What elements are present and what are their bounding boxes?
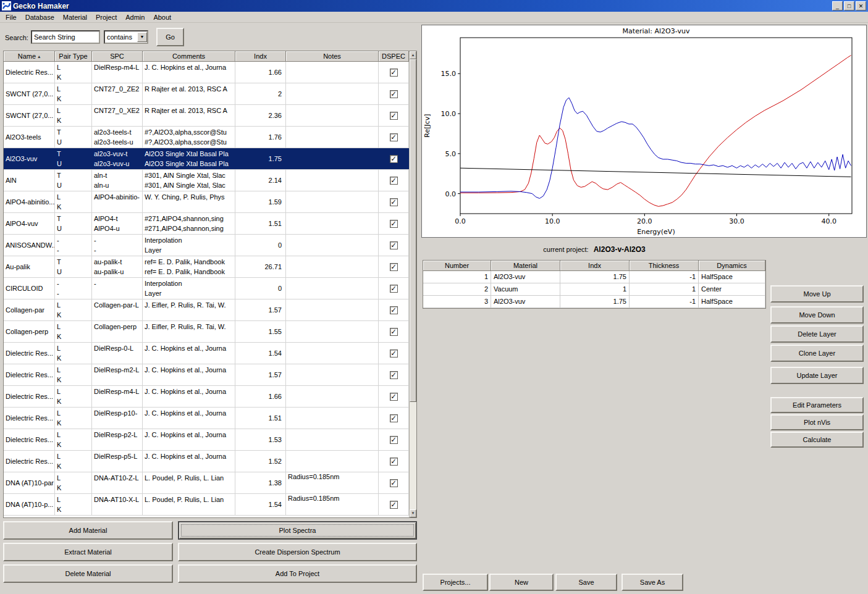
spc: DielResp-m4-L bbox=[92, 62, 143, 83]
material-row-0[interactable]: Dielectric Res...LKDielResp-m4-LJ. C. Ho… bbox=[4, 62, 409, 83]
dspec-checkbox[interactable]: ✓ bbox=[390, 133, 398, 141]
project-column-header-thickness[interactable]: Thickness bbox=[630, 261, 699, 271]
material-row-13[interactable]: Dielectric Res...LKDielResp-0-LJ. C. Hop… bbox=[4, 343, 409, 364]
menu-item-project[interactable]: Project bbox=[91, 12, 121, 22]
plot-nvis-button[interactable]: Plot nVis bbox=[770, 414, 864, 430]
material-row-3[interactable]: Al2O3-teelsTUal2o3-teels-tal2o3-teels-u#… bbox=[4, 127, 409, 148]
material-row-2[interactable]: SWCNT (27,0...LKCNT27_0_XE2R Rajter et a… bbox=[4, 105, 409, 127]
layer-row-2[interactable]: 3Al2O3-vuv1.75-1HalfSpace bbox=[423, 296, 765, 308]
dspec-checkbox[interactable]: ✓ bbox=[390, 306, 398, 314]
delete-layer-button[interactable]: Delete Layer bbox=[770, 325, 864, 343]
dspec-checkbox[interactable]: ✓ bbox=[390, 371, 398, 379]
column-header-notes[interactable]: Notes bbox=[286, 51, 379, 62]
material-row-11[interactable]: Collagen-parLKCollagen-par-LJ. Eifler, P… bbox=[4, 299, 409, 321]
maximize-button[interactable]: □ bbox=[844, 1, 854, 10]
menu-item-database[interactable]: Database bbox=[21, 12, 59, 22]
material-row-19[interactable]: DNA (AT)10-parLKDNA-AT10-Z-LL. Poudel, P… bbox=[4, 472, 409, 494]
column-header-dspec[interactable]: DSPEC bbox=[379, 51, 409, 62]
dspec-checkbox[interactable]: ✓ bbox=[390, 458, 398, 466]
update-layer-button[interactable]: Update Layer bbox=[770, 367, 864, 384]
close-button[interactable]: ✕ bbox=[856, 1, 866, 10]
material-row-10[interactable]: CIRCULOID---InterpolationLayer0✓ bbox=[4, 278, 409, 299]
column-header-indx[interactable]: Indx bbox=[235, 51, 286, 62]
projects-button[interactable]: Projects... bbox=[423, 574, 488, 591]
dspec-checkbox[interactable]: ✓ bbox=[390, 112, 398, 120]
create-dispersion-spectrum-button[interactable]: Create Dispersion Spectrum bbox=[178, 543, 417, 561]
spc: DielResp-m2-L bbox=[92, 364, 143, 385]
menu-item-admin[interactable]: Admin bbox=[121, 12, 149, 22]
minimize-button[interactable]: _ bbox=[832, 1, 843, 10]
dspec-checkbox[interactable]: ✓ bbox=[390, 349, 398, 358]
notes bbox=[286, 451, 379, 472]
menu-item-file[interactable]: File bbox=[1, 12, 21, 22]
column-header-name[interactable]: Name▴ bbox=[4, 51, 55, 62]
material-row-14[interactable]: Dielectric Res...LKDielResp-m2-LJ. C. Ho… bbox=[4, 364, 409, 386]
dspec-checkbox[interactable]: ✓ bbox=[390, 155, 398, 163]
new-project-button[interactable]: New bbox=[489, 574, 554, 591]
material-row-16[interactable]: Dielectric Res...LKDielResp-p10-J. C. Ho… bbox=[4, 408, 409, 429]
material-row-1[interactable]: SWCNT (27,0...LKCNT27_0_ZE2R Rajter et a… bbox=[4, 83, 409, 105]
column-header-comments[interactable]: Comments bbox=[143, 51, 235, 62]
calculate-button[interactable]: Calculate bbox=[770, 432, 864, 448]
layer-row-1[interactable]: 2Vacuum11Center bbox=[423, 283, 765, 296]
scrollbar-thumb[interactable] bbox=[410, 59, 416, 402]
chevron-down-icon[interactable]: ▼ bbox=[137, 32, 147, 42]
indx-value: 1.66 bbox=[235, 62, 286, 83]
dspec-checkbox[interactable]: ✓ bbox=[390, 285, 398, 293]
move-down-button[interactable]: Move Down bbox=[770, 306, 864, 324]
save-as-button[interactable]: Save As bbox=[622, 574, 683, 591]
layer-thickness: -1 bbox=[630, 296, 699, 308]
material-row-18[interactable]: Dielectric Res...LKDielResp-p5-LJ. C. Ho… bbox=[4, 451, 409, 472]
search-mode-select[interactable]: contains ▼ bbox=[104, 30, 148, 44]
project-column-header-number[interactable]: Number bbox=[423, 261, 491, 271]
extract-material-button[interactable]: Extract Material bbox=[3, 543, 173, 561]
dspec-checkbox[interactable]: ✓ bbox=[390, 328, 398, 336]
project-column-header-dynamics[interactable]: Dynamics bbox=[699, 261, 765, 271]
material-row-8[interactable]: ANISOSANDW...----InterpolationLayer0✓ bbox=[4, 235, 409, 256]
plot-spectra-button[interactable]: Plot Spectra bbox=[178, 521, 417, 540]
scroll-up-icon[interactable]: ▲ bbox=[410, 51, 416, 59]
project-column-header-indx[interactable]: Indx bbox=[560, 261, 630, 271]
add-to-project-button[interactable]: Add To Project bbox=[178, 564, 417, 583]
dspec-checkbox[interactable]: ✓ bbox=[390, 393, 398, 401]
column-header-pair-type[interactable]: Pair Type bbox=[55, 51, 92, 62]
material-row-5[interactable]: AlNTUaln-taln-u#301, AlN Single Xtal, Sl… bbox=[4, 170, 409, 191]
dspec-checkbox[interactable]: ✓ bbox=[390, 90, 398, 98]
dspec-checkbox[interactable]: ✓ bbox=[390, 479, 398, 487]
save-project-button[interactable]: Save bbox=[555, 574, 617, 591]
material-row-7[interactable]: AlPO4-vuvTUAlPO4-tAlPO4-u#271,AlPO4,shan… bbox=[4, 213, 409, 235]
material-row-15[interactable]: Dielectric Res...LKDielResp-m4-LJ. C. Ho… bbox=[4, 386, 409, 408]
dspec-checkbox[interactable]: ✓ bbox=[390, 414, 398, 422]
dspec-checkbox[interactable]: ✓ bbox=[390, 69, 398, 77]
dspec-checkbox[interactable]: ✓ bbox=[390, 501, 398, 509]
menu-item-material[interactable]: Material bbox=[59, 12, 91, 22]
clone-layer-button[interactable]: Clone Layer bbox=[770, 345, 864, 362]
menu-item-about[interactable]: About bbox=[149, 12, 175, 22]
column-header-spc[interactable]: SPC bbox=[92, 51, 143, 62]
material-row-20[interactable]: DNA (AT)10-p...LKDNA-AT10-X-LL. Poudel, … bbox=[4, 494, 409, 516]
dspec-checkbox[interactable]: ✓ bbox=[390, 263, 398, 271]
add-material-button[interactable]: Add Material bbox=[3, 521, 173, 540]
material-row-12[interactable]: Collagen-perpLKCollagen-perpJ. Eifler, P… bbox=[4, 321, 409, 343]
dspec-checkbox[interactable]: ✓ bbox=[390, 241, 398, 249]
project-column-header-material[interactable]: Material bbox=[491, 261, 560, 271]
material-row-17[interactable]: Dielectric Res...LKDielResp-p2-LJ. C. Ho… bbox=[4, 429, 409, 451]
material-row-6[interactable]: AlPO4-abinitio...LKAlPO4-abinitio-W. Y. … bbox=[4, 191, 409, 213]
dspec-checkbox[interactable]: ✓ bbox=[390, 198, 398, 206]
dspec-checkbox[interactable]: ✓ bbox=[390, 177, 398, 185]
materials-table-header: Name▴Pair TypeSPCCommentsIndxNotesDSPEC bbox=[4, 51, 409, 62]
search-input[interactable] bbox=[31, 30, 100, 44]
layer-indx: 1 bbox=[560, 283, 630, 296]
dspec-checkbox[interactable]: ✓ bbox=[390, 436, 398, 444]
material-row-4[interactable]: Al2O3-vuvTUal2o3-vuv-tal2o3-vuv-uAl2O3 S… bbox=[4, 148, 409, 170]
go-button[interactable]: Go bbox=[156, 28, 184, 46]
move-up-button[interactable]: Move Up bbox=[770, 285, 864, 303]
delete-material-button[interactable]: Delete Material bbox=[3, 564, 173, 583]
edit-parameters-button[interactable]: Edit Parameters bbox=[770, 397, 864, 413]
material-row-9[interactable]: Au-palikTUau-palik-tau-palik-uref= E. D.… bbox=[4, 256, 409, 278]
dspec-checkbox[interactable]: ✓ bbox=[390, 220, 398, 228]
table-scrollbar[interactable]: ▲ ▼ bbox=[409, 51, 416, 517]
scroll-down-icon[interactable]: ▼ bbox=[410, 509, 416, 517]
layer-row-0[interactable]: 1Al2O3-vuv1.75-1HalfSpace bbox=[423, 271, 765, 283]
dspec-cell: ✓ bbox=[379, 127, 409, 148]
